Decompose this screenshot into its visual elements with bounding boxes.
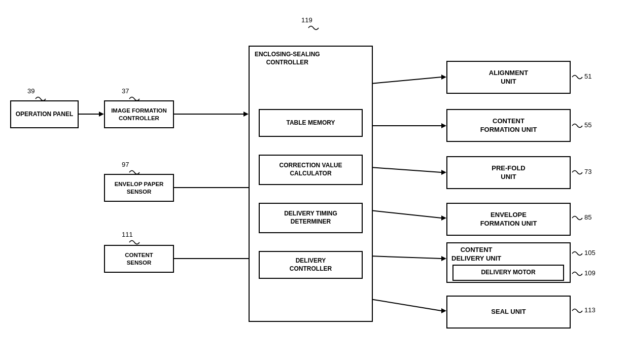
- delivery-timing-box: DELIVERY TIMINGDETERMINER: [259, 203, 363, 233]
- content-delivery-unit-box: CONTENTDELIVERY UNIT DELIVERY MOTOR: [446, 242, 571, 283]
- svg-marker-1: [99, 112, 104, 117]
- svg-line-8: [370, 77, 441, 84]
- envelop-paper-sensor-box: ENVELOP PAPERSENSOR: [104, 174, 174, 202]
- svg-marker-9: [441, 75, 446, 80]
- label-37: 37: [122, 87, 129, 95]
- delivery-motor-box: DELIVERY MOTOR: [452, 265, 564, 281]
- svg-line-12: [370, 167, 441, 172]
- label-55: 55: [584, 121, 591, 129]
- pre-fold-unit-box: PRE-FOLDUNIT: [446, 156, 571, 189]
- delivery-controller-box: DELIVERYCONTROLLER: [259, 251, 363, 279]
- label-73: 73: [584, 168, 591, 175]
- svg-marker-13: [441, 170, 446, 175]
- svg-line-18: [370, 299, 441, 311]
- svg-marker-15: [441, 215, 446, 221]
- label-39: 39: [27, 87, 34, 95]
- svg-line-14: [370, 210, 441, 218]
- svg-marker-19: [441, 308, 446, 313]
- label-97: 97: [122, 161, 129, 168]
- svg-marker-3: [243, 112, 249, 117]
- table-memory-box: TABLE MEMORY: [259, 109, 363, 137]
- diagram: 39 37 97 111 119 121 123 125 127 51 55 7…: [0, 0, 629, 364]
- label-119: 119: [301, 16, 312, 24]
- seal-unit-box: SEAL UNIT: [446, 296, 571, 329]
- content-formation-unit-box: CONTENTFORMATION UNIT: [446, 109, 571, 142]
- correction-value-box: CORRECTION VALUECALCULATOR: [259, 155, 363, 185]
- alignment-unit-box: ALIGNMENTUNIT: [446, 61, 571, 94]
- svg-marker-11: [441, 123, 446, 128]
- label-51: 51: [584, 72, 591, 80]
- label-105: 105: [584, 249, 596, 257]
- label-111: 111: [122, 231, 133, 238]
- label-85: 85: [584, 213, 591, 221]
- label-109: 109: [584, 269, 596, 277]
- label-113: 113: [584, 306, 596, 314]
- svg-line-16: [370, 256, 441, 259]
- operation-panel-box: OPERATION PANEL: [10, 100, 79, 128]
- svg-marker-17: [441, 256, 446, 261]
- image-formation-controller-box: IMAGE FORMATIONCONTROLLER: [104, 100, 174, 128]
- envelope-formation-unit-box: ENVELOPEFORMATION UNIT: [446, 203, 571, 236]
- content-sensor-box: CONTENTSENSOR: [104, 245, 174, 273]
